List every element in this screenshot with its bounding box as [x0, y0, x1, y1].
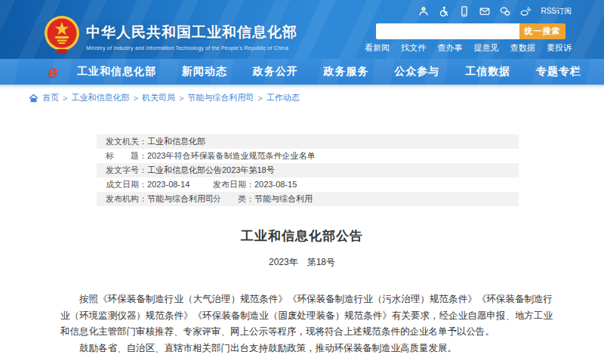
quick-links: 看新闻 找文件 查办事 提意见 查数据 要投诉: [365, 42, 572, 54]
quick-link-services[interactable]: 查办事: [437, 42, 462, 54]
quick-link-complaint[interactable]: 要投诉: [547, 42, 572, 54]
breadcrumb-miit[interactable]: 工业和信息化部: [71, 92, 129, 103]
quick-link-documents[interactable]: 找文件: [401, 42, 426, 54]
meta-value: 2023年符合环保装备制造业规范条件企业名单: [147, 149, 315, 163]
site-brand: 中华人民共和国工业和信息化部 Ministry of Industry and …: [86, 23, 297, 51]
article-title: 工业和信息化部公告: [0, 227, 604, 245]
mail-icon[interactable]: [479, 6, 490, 17]
main-nav: e 工业和信息化部 新闻动态 政务公开 政务服务 公众参与 工信数据 专题专栏: [0, 59, 604, 85]
meta-label: 发布机构：: [106, 192, 147, 206]
meta-row-doc-number: 发文字号： 工业和信息化部公告2023年第18号: [97, 163, 519, 177]
quick-link-data[interactable]: 查数据: [510, 42, 535, 54]
meta-value: 2023-08-15: [254, 177, 297, 192]
article-body: 按照《环保装备制造行业（大气治理）规范条件》《环保装备制造行业（污水治理）规范条…: [60, 292, 553, 356]
meta-value: 节能与综合利用司: [147, 192, 214, 206]
quick-link-news[interactable]: 看新闻: [365, 42, 390, 54]
meta-value: 2023-08-14: [147, 177, 190, 192]
nav-item-miit[interactable]: 工业和信息化部: [77, 65, 156, 79]
meta-row-dates: 成文日期： 2023-08-14 发布日期： 2023-08-15: [97, 177, 519, 192]
breadcrumb-departments[interactable]: 机关司局: [142, 92, 175, 103]
nav-items: 工业和信息化部 新闻动态 政务公开 政务服务 公众参与 工信数据 专题专栏: [77, 59, 581, 85]
national-emblem-icon: [44, 15, 80, 54]
meta-value: 工业和信息化部: [147, 134, 205, 149]
top-banner: 中华人民共和国工业和信息化部 Ministry of Industry and …: [0, 0, 604, 59]
search-bar: 统一搜索: [376, 23, 565, 39]
weibo-icon[interactable]: [520, 6, 531, 17]
user-icon[interactable]: [418, 6, 429, 17]
rss-subscribe-link[interactable]: RSS订阅: [541, 6, 572, 17]
article-paragraph: 按照《环保装备制造行业（大气治理）规范条件》《环保装备制造行业（污水治理）规范条…: [60, 292, 553, 341]
meta-value: 工业和信息化部公告2023年第18号: [147, 163, 275, 177]
meta-label: 发文字号：: [106, 163, 147, 177]
meta-label: 标 题：: [106, 149, 147, 163]
home-icon[interactable]: [29, 94, 39, 103]
utility-icon-bar: RSS订阅: [418, 6, 572, 17]
meta-label: 成文日期：: [106, 177, 147, 192]
meta-label: 发文机关：: [106, 134, 147, 149]
meta-label: 分 类：: [213, 192, 254, 206]
article-paragraph: 鼓励各省、自治区、直辖市相关部门出台支持鼓励政策，推动环保装备制造业高质量发展。: [60, 341, 553, 357]
gov-e-logo-icon: e: [45, 61, 58, 82]
breadcrumb: 首页 > 工业和信息化部 > 机关司局 > 节能与综合利用司 > 工作动态: [29, 92, 300, 103]
breadcrumb-energy-dept[interactable]: 节能与综合利用司: [187, 92, 254, 103]
breadcrumb-separator: >: [63, 94, 67, 103]
breadcrumb-separator: >: [133, 94, 137, 103]
nav-item-gov-services[interactable]: 政务服务: [323, 65, 368, 79]
mobile-icon[interactable]: [459, 6, 470, 17]
accessibility-icon[interactable]: [439, 6, 449, 17]
nav-item-gov-info[interactable]: 政务公开: [253, 65, 298, 79]
breadcrumb-separator: >: [179, 94, 183, 103]
breadcrumb-work-updates[interactable]: 工作动态: [267, 92, 300, 103]
nav-item-news[interactable]: 新闻动态: [182, 65, 227, 79]
site-title: 中华人民共和国工业和信息化部: [86, 23, 297, 42]
nav-bottom-strip: [0, 85, 604, 89]
site-subtitle: Ministry of Industry and Information Tec…: [86, 45, 297, 51]
meta-label: 发布日期：: [213, 177, 254, 192]
wechat-icon[interactable]: [500, 6, 510, 17]
meta-row-issuing-agency: 发文机关： 工业和信息化部: [97, 134, 519, 149]
meta-value: 节能与综合利用: [254, 192, 313, 206]
quick-link-feedback[interactable]: 提意见: [474, 42, 499, 54]
breadcrumb-home[interactable]: 首页: [42, 92, 59, 103]
miit-gov-page: 中华人民共和国工业和信息化部 Ministry of Industry and …: [0, 0, 604, 364]
nav-item-it-data[interactable]: 工信数据: [465, 65, 510, 79]
document-meta-table: 发文机关： 工业和信息化部 标 题： 2023年符合环保装备制造业规范条件企业名…: [97, 134, 519, 206]
breadcrumb-separator: >: [257, 94, 262, 103]
nav-item-public-participation[interactable]: 公众参与: [394, 65, 439, 79]
search-button[interactable]: 统一搜索: [519, 23, 565, 39]
article-doc-number: 2023年 第18号: [0, 256, 604, 269]
meta-row-publisher: 发布机构： 节能与综合利用司 分 类： 节能与综合利用: [97, 192, 519, 206]
search-input[interactable]: [376, 23, 519, 39]
nav-item-special-topics[interactable]: 专题专栏: [536, 65, 581, 79]
meta-row-title: 标 题： 2023年符合环保装备制造业规范条件企业名单: [97, 149, 519, 163]
